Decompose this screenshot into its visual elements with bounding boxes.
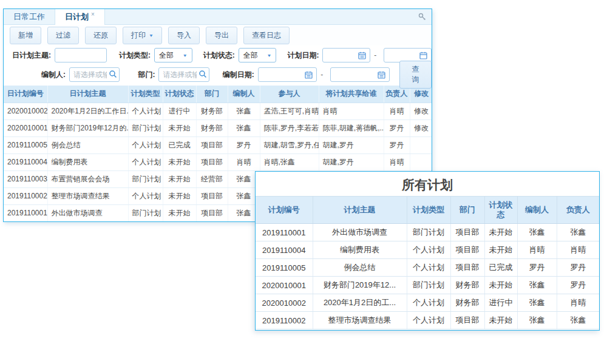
plan-subject-link[interactable]: 财务部门2019年12月的...	[47, 120, 128, 136]
plan-dept: 项目部	[450, 312, 484, 329]
all-plans-table: 计划编号计划主题计划类型部门计划状态编制人负责人 2019110001外出做市场…	[256, 196, 599, 329]
plan-owner-link[interactable]: 罗丹	[384, 120, 410, 136]
create-date-label: 编制日期:	[223, 70, 254, 80]
import-button[interactable]: 导入	[168, 27, 200, 44]
plan-dept: 经营部	[196, 170, 228, 187]
plan-type-value: 全部	[159, 50, 174, 61]
filter-button[interactable]: 过滤	[47, 27, 79, 44]
plan-subject: 整理市场调查结果	[313, 312, 407, 329]
calendar-icon[interactable]	[305, 71, 313, 79]
modify-link[interactable]: 修改	[410, 103, 432, 120]
plan-owner-link[interactable]: 罗丹	[384, 136, 410, 153]
plan-subject-link[interactable]: 编制费用表	[47, 153, 128, 170]
key-icon[interactable]	[418, 12, 427, 21]
plan-creator: 张鑫	[517, 312, 557, 329]
new-button[interactable]: 新增	[10, 27, 41, 44]
search-icon[interactable]	[198, 70, 207, 78]
col-header-6[interactable]: 参与人	[260, 86, 319, 103]
col-header-4[interactable]: 部门	[196, 86, 228, 103]
dept-label: 部门:	[138, 70, 155, 80]
search-icon[interactable]	[109, 70, 117, 78]
plan-id-link[interactable]: 2019110005	[4, 136, 47, 153]
plan-status: 已完成	[484, 259, 517, 277]
plan-id-link[interactable]: 2020010002	[4, 103, 47, 120]
chevron-down-icon: ▼	[266, 53, 271, 58]
view-log-button[interactable]: 查看日志	[243, 27, 290, 44]
plan-subject-link[interactable]: 2020年1月2日的工作日...	[47, 103, 128, 120]
plan-subject-link[interactable]: 整理市场调查结果	[47, 187, 128, 204]
restore-button[interactable]: 还原	[85, 27, 117, 44]
plan-status: 未开始	[163, 153, 196, 170]
plan-owner: 罗丹	[557, 277, 599, 294]
query-button[interactable]: 查询	[399, 61, 432, 89]
plan-subject-link[interactable]: 例会总结	[47, 136, 128, 153]
table-row: 2019110002整理市场调查结果个人计划项目部未开始张鑫张鑫	[256, 312, 599, 329]
plan-date-start-input[interactable]	[322, 48, 370, 62]
plan-status-value: 全部	[243, 50, 258, 61]
plan-id-link[interactable]: 2019110003	[4, 170, 47, 187]
plan-dept: 项目部	[196, 153, 228, 170]
date-range-separator: -	[374, 51, 376, 59]
plan-owner-link[interactable]: 肖晴	[384, 153, 410, 170]
plan-owner: 罗丹	[557, 259, 599, 277]
plan-dept: 财务部	[196, 103, 228, 120]
plan-id-link[interactable]: 2019110001	[4, 204, 47, 221]
plan-subject-link[interactable]: 布置营销展会会场	[47, 170, 128, 187]
calendar-icon[interactable]	[419, 52, 427, 59]
col-header-5[interactable]: 编制人	[228, 86, 260, 103]
table-row: 2019110004编制费用表个人计划项目部未开始肖晴肖晴	[256, 241, 599, 259]
plan-status: 未开始	[163, 120, 196, 136]
plan-type-label: 计划类型:	[119, 50, 151, 61]
plan-id-link[interactable]: 2019110002	[4, 187, 47, 204]
plan-status: 未开始	[484, 224, 517, 241]
export-button[interactable]: 导出	[206, 27, 237, 44]
modify-link[interactable]: 修改	[410, 120, 432, 136]
filter-row-1: 日计划主题: 计划类型: 全部 ▼ 计划状态: 全部 ▼ 计划日期: -	[4, 46, 432, 65]
plan-share-with: 肖晴	[319, 103, 384, 120]
dept-picker	[158, 67, 209, 82]
plan-id: 2019110002	[256, 312, 313, 329]
table-row: 20200100022020年1月2日的工...个人计划财务部进行中张鑫肖晴	[256, 294, 599, 312]
plan-type-select[interactable]: 全部 ▼	[154, 48, 192, 62]
plan-creator: 张鑫	[228, 120, 260, 136]
plan-participants: 陈菲,罗丹,李若若,罗...	[260, 120, 319, 136]
calendar-icon[interactable]	[358, 52, 366, 59]
plan-type: 个人计划	[128, 153, 163, 170]
subject-input[interactable]	[55, 48, 107, 62]
table-header-row: 计划编号计划主题计划类型部门计划状态编制人负责人	[256, 197, 599, 224]
creator-picker	[69, 67, 120, 82]
plan-type: 个人计划	[407, 241, 450, 259]
tab-close-icon[interactable]: ×	[91, 11, 95, 18]
plan-owner-link[interactable]: 肖晴	[384, 103, 410, 120]
tab-daily-plan[interactable]: 日计划 ×	[55, 9, 105, 25]
creator-label: 编制人:	[41, 70, 66, 80]
plan-subject-link[interactable]: 外出做市场调查	[47, 204, 128, 221]
col-header-1[interactable]: 日计划主题	[47, 86, 128, 103]
col-header-4: 计划状态	[484, 197, 517, 224]
plan-status: 未开始	[484, 241, 517, 259]
col-header-6: 负责人	[557, 197, 599, 224]
plan-type: 个人计划	[407, 259, 450, 277]
plan-dept: 项目部	[196, 204, 228, 221]
table-row: 2019110004编制费用表个人计划未开始项目部肖晴肖晴,张鑫胡建,罗丹肖晴	[4, 153, 432, 170]
plan-dept: 项目部	[450, 224, 484, 241]
plan-dept: 项目部	[450, 259, 484, 277]
create-date-end-input[interactable]	[330, 67, 389, 82]
calendar-icon[interactable]	[378, 71, 385, 79]
col-header-0[interactable]: 日计划编号	[4, 86, 47, 103]
col-header-2[interactable]: 计划类型	[128, 86, 163, 103]
col-header-2: 计划类型	[407, 197, 450, 224]
plan-type: 部门计划	[407, 277, 450, 294]
plan-creator: 张鑫	[517, 294, 557, 312]
create-date-start-input[interactable]	[258, 67, 317, 82]
col-header-7[interactable]: 将计划共享给谁	[319, 86, 384, 103]
tab-daily-work[interactable]: 日常工作	[4, 9, 55, 24]
plan-dept: 项目部	[196, 136, 228, 153]
plan-subject: 例会总结	[313, 259, 407, 277]
print-button[interactable]: 打印 ▼	[123, 27, 162, 44]
col-header-3[interactable]: 计划状态	[163, 86, 196, 103]
plan-id-link[interactable]: 2020010001	[4, 120, 47, 136]
plan-id-link[interactable]: 2019110004	[4, 153, 47, 170]
plan-owner: 肖晴	[557, 294, 599, 312]
plan-status-select[interactable]: 全部 ▼	[239, 48, 277, 62]
